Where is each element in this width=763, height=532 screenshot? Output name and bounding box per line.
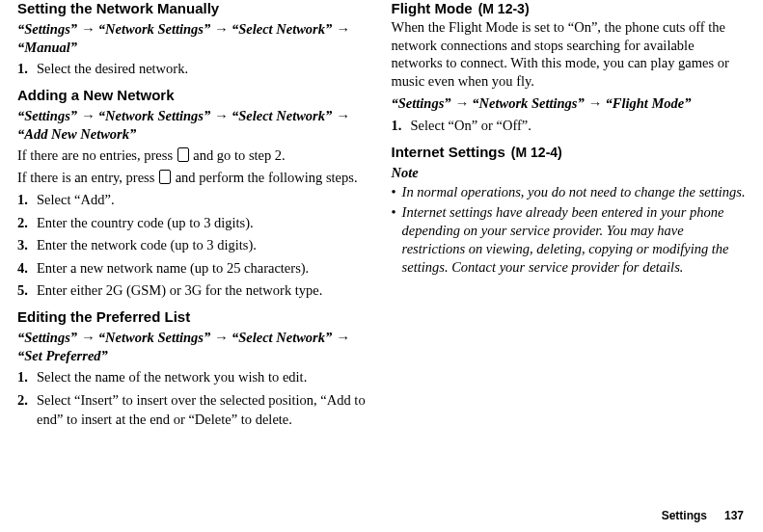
footer-page-number: 137 xyxy=(724,509,744,522)
left-column: Setting the Network Manually “Settings” … xyxy=(17,0,372,437)
note-text: Internet settings have already been ente… xyxy=(402,203,746,276)
section-editing-preferred-list: Editing the Preferred List “Settings” → … xyxy=(17,308,372,429)
heading-adding-new-network: Adding a New Network xyxy=(17,87,372,105)
intro-no-entries: If there are no entries, press and go to… xyxy=(17,146,372,165)
text-fragment: and perform the following steps. xyxy=(172,170,358,185)
nav-path-flight-mode: “Settings” → “Network Settings” → “Fligh… xyxy=(392,94,747,113)
step-text: Enter the network code (up to 3 digits). xyxy=(37,236,372,255)
step-text: Select the name of the network you wish … xyxy=(37,368,372,387)
text-fragment: and go to step 2. xyxy=(190,147,286,163)
list-item: 1.Select the desired network. xyxy=(17,60,372,79)
columns: Setting the Network Manually “Settings” … xyxy=(17,0,746,437)
nav-path-add-network: “Settings” → “Network Settings” → “Selec… xyxy=(17,107,372,144)
intro-entry-present: If there is an entry, press and perform … xyxy=(17,169,372,187)
step-number: 4. xyxy=(17,259,37,279)
step-text: Enter a new network name (up to 25 chara… xyxy=(37,259,372,279)
heading-row-flight-mode: Flight Mode (M 12-3) xyxy=(392,0,747,18)
steps-flight-mode: 1.Select “On” or “Off”. xyxy=(392,117,747,136)
list-item: 2.Enter the country code (up to 3 digits… xyxy=(17,214,372,233)
step-number: 3. xyxy=(17,236,37,255)
list-item: 4.Enter a new network name (up to 25 cha… xyxy=(17,259,372,279)
text-fragment: If there are no entries, press xyxy=(17,147,177,163)
nav-path-manual: “Settings” → “Network Settings” → “Selec… xyxy=(17,20,372,57)
steps-manual: 1.Select the desired network. xyxy=(17,60,372,79)
note-label: Note xyxy=(392,165,747,181)
bullet-icon: • xyxy=(392,203,396,222)
list-item: 2.Select “Insert” to insert over the sel… xyxy=(17,391,372,429)
step-number: 1. xyxy=(17,60,37,79)
step-text: Select “On” or “Off”. xyxy=(411,117,747,136)
right-column: Flight Mode (M 12-3) When the Flight Mod… xyxy=(392,0,747,437)
step-text: Select “Add”. xyxy=(37,191,372,210)
text-fragment: If there is an entry, press xyxy=(17,170,158,185)
section-setting-network-manually: Setting the Network Manually “Settings” … xyxy=(17,0,372,79)
step-number: 1. xyxy=(17,368,37,387)
bullet-icon: • xyxy=(392,183,396,201)
nav-path-set-preferred: “Settings” → “Network Settings” → “Selec… xyxy=(17,329,372,365)
page-footer: Settings137 xyxy=(662,509,744,522)
heading-editing-preferred-list: Editing the Preferred List xyxy=(17,308,372,327)
list-item: 5.Enter either 2G (GSM) or 3G for the ne… xyxy=(17,281,372,301)
steps-preferred: 1.Select the name of the network you wis… xyxy=(17,368,372,429)
page: Setting the Network Manually “Settings” … xyxy=(0,0,763,532)
heading-flight-mode: Flight Mode xyxy=(392,0,473,18)
step-number: 5. xyxy=(17,281,37,301)
list-item: 1.Select “On” or “Off”. xyxy=(392,117,747,136)
section-adding-new-network: Adding a New Network “Settings” → “Netwo… xyxy=(17,87,372,301)
list-item: 1.Select “Add”. xyxy=(17,191,372,210)
heading-row-internet-settings: Internet Settings (M 12-4) xyxy=(392,144,747,162)
step-number: 1. xyxy=(392,117,411,136)
list-item: 3.Enter the network code (up to 3 digits… xyxy=(17,236,372,255)
note-item: • Internet settings have already been en… xyxy=(392,203,747,276)
step-number: 2. xyxy=(17,214,37,233)
menu-tag-internet-settings: (M 12-4) xyxy=(511,145,562,160)
steps-add-network: 1.Select “Add”. 2.Enter the country code… xyxy=(17,191,372,301)
menu-tag-flight-mode: (M 12-3) xyxy=(478,1,530,16)
note-item: • In normal operations, you do not need … xyxy=(392,183,747,201)
step-text: Enter either 2G (GSM) or 3G for the netw… xyxy=(37,281,372,301)
step-number: 1. xyxy=(17,191,37,210)
heading-internet-settings: Internet Settings xyxy=(392,144,505,162)
center-key-icon xyxy=(159,170,171,184)
flight-mode-description: When the Flight Mode is set to “On”, the… xyxy=(392,18,747,91)
list-item: 1.Select the name of the network you wis… xyxy=(17,368,372,387)
step-text: Enter the country code (up to 3 digits). xyxy=(37,214,372,233)
heading-setting-network-manually: Setting the Network Manually xyxy=(17,0,372,18)
step-text: Select “Insert” to insert over the selec… xyxy=(37,391,372,429)
step-text: Select the desired network. xyxy=(37,60,372,79)
section-flight-mode: Flight Mode (M 12-3) When the Flight Mod… xyxy=(392,0,747,136)
step-number: 2. xyxy=(17,391,37,411)
section-internet-settings: Internet Settings (M 12-4) Note • In nor… xyxy=(392,144,747,277)
center-key-icon xyxy=(177,147,189,162)
footer-section-label: Settings xyxy=(662,509,707,522)
note-text: In normal operations, you do not need to… xyxy=(402,183,746,201)
